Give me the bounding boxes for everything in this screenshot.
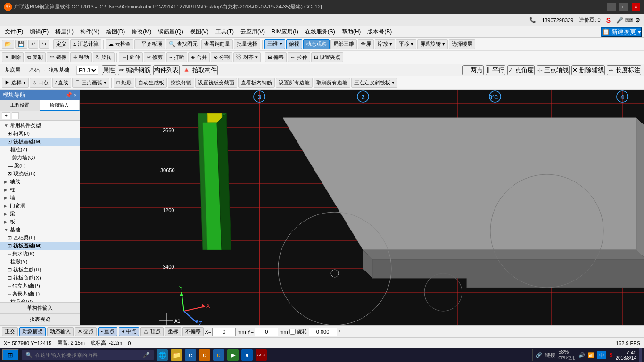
3d-view-button[interactable]: 三维 ▾ [264,39,285,49]
cancel-slope-button[interactable]: 取消所有边坡 [314,78,350,88]
point-angle-button[interactable]: ∠ 点角度 [507,65,535,75]
vertex-snap-button[interactable]: △ 顶点 [140,327,163,336]
no-offset-button[interactable]: 不偏移 [182,327,204,336]
bc-category[interactable]: 基础 [27,66,41,74]
menu-view[interactable]: 视图(V) [187,27,212,37]
cloud-check-button[interactable]: ☁ 云检查 [106,39,133,49]
mic-icon[interactable]: 🎤 [616,17,623,24]
menu-cloud[interactable]: 云应用(V) [238,27,268,37]
ime-zh[interactable]: 中 [597,351,606,359]
report-preview-button[interactable]: 报表视览 [0,314,80,325]
tab-drawing-input[interactable]: 绘图输入 [40,100,80,111]
copy-button[interactable]: ⧉ 复制 [25,52,46,62]
tree-axis-net[interactable]: ⊞ 轴网(J) [0,130,80,138]
expand-all-button[interactable]: + [2,112,10,119]
maximize-button[interactable]: □ [619,3,628,11]
top-view-button[interactable]: 俯视 [286,39,302,49]
new-change-button[interactable]: 📋 新建变更 ▾ [601,27,642,37]
tree-beam[interactable]: — 梁(L) [0,162,80,170]
undo-button[interactable]: ↩ [28,40,38,49]
tree-raft-foundation[interactable]: ⊡ 筏板基础(M) [0,242,80,250]
3pt-slope-button[interactable]: 三点定义斜筏板 ▾ [351,78,397,88]
taskbar-ie3-icon[interactable]: e [213,349,224,361]
intersection-snap-button[interactable]: ✕ 交点 [75,327,97,336]
sogou-tray[interactable]: S [609,352,612,358]
tree-col-pier[interactable]: | 柱墩(Y) [0,258,80,266]
pan-button[interactable]: 平移 ▾ [396,39,416,49]
search-area[interactable]: 🔍 在这里输入你要搜索的内容 🎤 [22,350,154,360]
bc-layer[interactable]: 基底层 [3,66,22,74]
break-button[interactable]: ⌁ 打断 [166,52,187,62]
batch-select-button[interactable]: 批量选择 [234,39,260,49]
rotate-op-button[interactable]: ↻ 旋转 [93,52,115,62]
menu-component[interactable]: 构件(N) [77,27,102,37]
tree-foundation-beam[interactable]: ⊡ 基础梁(F) [0,234,80,242]
dynamic-input-button[interactable]: 动态输入 [47,327,74,336]
tree-raft-common[interactable]: ⊡ 筏板基础(M) [0,138,80,146]
menu-online[interactable]: 在线服务(S) [302,27,338,37]
orthogonal-button[interactable]: 正交 [2,327,18,336]
point-draw-button[interactable]: ⊙ 口点 [30,78,51,88]
center-snap-button[interactable]: + 中点 [119,327,139,336]
canvas-area[interactable]: 3 2 3°C 4 [80,90,644,325]
menu-rebar[interactable]: 钢筋量(Q) [155,27,186,37]
trim-button[interactable]: ✂ 修剪 [144,52,165,62]
rotate-button[interactable]: 屏幕旋转 ▾ [417,39,448,49]
zoom-button[interactable]: 缩放 ▾ [375,39,395,49]
fullscreen-button[interactable]: 全屏 [358,39,374,49]
minimize-button[interactable]: _ [607,3,616,11]
del-aux-button[interactable]: ✕ 删除辅线 [571,65,605,75]
set-section-button[interactable]: 设置筏板变截面 [195,78,237,88]
floor-select-button[interactable]: 选择楼层 [449,39,475,49]
component-selector[interactable]: FB-3 FB-1 FB-2 [76,66,98,75]
offset-button[interactable]: ⊞ 偏移 [265,52,287,62]
redo-button[interactable]: ↪ [39,40,49,49]
tree-isolated-found[interactable]: ⌢ 独立基础(P) [0,282,80,290]
menu-draw[interactable]: 绘图(D) [103,27,128,37]
tree-common-types[interactable]: ▼ 常用构件类型 [0,122,80,130]
local-3d-button[interactable]: 局部三维 [330,39,357,49]
menu-floor[interactable]: 楼层(L) [52,27,76,37]
menu-file[interactable]: 文件(F) [2,27,26,37]
midpoint-snap-button[interactable]: • 重点 [98,327,117,336]
network-icon[interactable]: 📶 [588,352,594,358]
tree-raft-main-rebar[interactable]: ⊟ 筏板主筋(R) [0,266,80,274]
open-file-button[interactable]: 📂 [2,40,14,49]
menu-modify[interactable]: 修改(M) [129,27,154,37]
settings-icon-top[interactable]: ⚙ [635,17,640,24]
tree-foundations[interactable]: ▼ 基础 [0,226,80,234]
menu-version[interactable]: 版本号(B) [364,27,395,37]
tree-strip-found[interactable]: ⌢ 条形基础(T) [0,290,80,298]
split-div-button[interactable]: 按换分割 [168,78,194,88]
taskbar-explorer-icon[interactable]: 🌐 [157,349,168,361]
tree-sump[interactable]: ⌣ 集水坑(K) [0,250,80,258]
rotate-input[interactable] [309,328,337,336]
menu-tools[interactable]: 工具(T) [213,27,237,37]
select-button[interactable]: ▶ 选择 ▾ [2,78,29,88]
taskbar-folder-icon[interactable]: 📁 [171,349,182,361]
delete-button[interactable]: ✕ 删除 [2,52,24,62]
set-grip-button[interactable]: ⊡ 设置夹点 [311,52,343,62]
save-button[interactable]: 💾 [15,40,27,49]
collapse-all-button[interactable]: - [12,112,19,119]
arc-draw-button[interactable]: ⌒ 三点画弧 ▾ [72,78,109,88]
tree-pile-cap[interactable]: | 桩承台(V) [0,298,80,302]
edit-rebar-button[interactable]: ✏ 编辑钢筋 [118,65,151,75]
merge-button[interactable]: ⊕ 合并 [188,52,210,62]
rotate-checkbox[interactable] [289,329,296,335]
start-button[interactable]: ⊞ [2,349,19,361]
pick-component-button[interactable]: 🔺 拾取构件 [182,65,218,75]
panel-pin-button[interactable]: 📌 [66,92,72,98]
component-list-button[interactable]: 构件列表 [153,65,180,75]
3point-axis-button[interactable]: ⊹ 三点轴线 [537,65,570,75]
taskbar-ie-icon[interactable]: e [185,349,196,361]
tree-shear-wall[interactable]: ≡ 剪力墙(Q) [0,154,80,162]
dynamic-obs-button[interactable]: 动态观察 [303,39,330,49]
properties-button[interactable]: 属性 [102,65,116,75]
set-slope-button[interactable]: 设置所有边坡 [276,78,313,88]
close-button[interactable]: × [632,3,640,11]
move-button[interactable]: ✛ 移动 [70,52,92,62]
keyboard-icon[interactable]: ⌨ [625,17,633,24]
speaker-icon[interactable]: 🔊 [578,352,585,358]
align-button[interactable]: ▧ 对齐 ▾ [233,52,260,62]
